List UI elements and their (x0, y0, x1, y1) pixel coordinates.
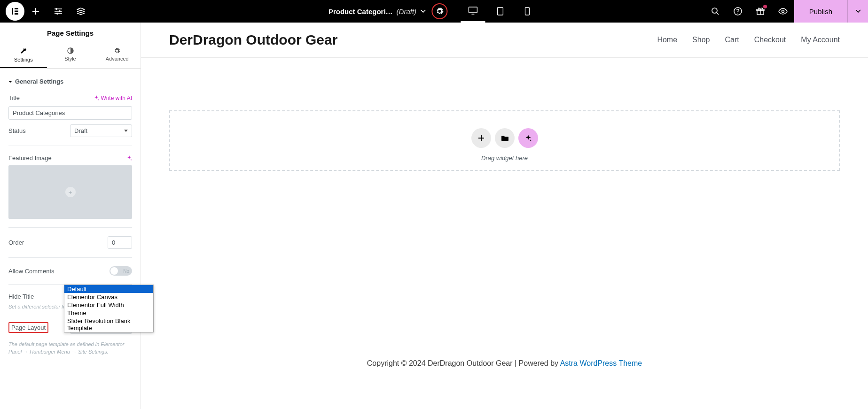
publish-button[interactable]: Publish (794, 0, 847, 23)
document-status: (Draft) (397, 8, 417, 15)
page-layout-dropdown: Default Elementor Canvas Elementor Full … (64, 285, 154, 332)
structure-button[interactable] (70, 0, 92, 23)
divider (8, 257, 132, 258)
nav-link-checkout[interactable]: Checkout (754, 36, 786, 44)
footer-theme-link[interactable]: Astra WordPress Theme (560, 359, 642, 367)
ai-image-button[interactable] (126, 155, 132, 161)
sparkle-icon (126, 155, 132, 161)
add-widget-button[interactable] (24, 0, 47, 23)
plus-icon (478, 135, 485, 141)
svg-point-5 (59, 10, 61, 12)
mobile-device-button[interactable] (515, 0, 540, 23)
preview-canvas: DerDragon Outdoor Gear Home Shop Cart Ch… (141, 23, 868, 409)
allow-comments-label: Allow Comments (8, 268, 55, 275)
featured-image-label: Featured Image (8, 154, 52, 162)
row-status: Status Draft (8, 120, 132, 142)
site-header: DerDragon Outdoor Gear Home Shop Cart Ch… (141, 23, 868, 58)
order-input[interactable] (108, 236, 132, 249)
divider (8, 146, 132, 146)
help-text: Set a different selector for (8, 304, 68, 309)
drop-hint: Drag widget here (481, 154, 528, 162)
tab-style[interactable]: Style (47, 44, 94, 68)
wrench-icon (20, 47, 27, 55)
add-template-button[interactable] (495, 128, 515, 148)
page-settings-button[interactable] (431, 3, 447, 19)
contrast-icon (67, 47, 74, 54)
empty-section-drop-area[interactable]: Drag widget here (169, 110, 840, 171)
svg-rect-0 (12, 8, 13, 15)
ai-link-label: Write with AI (101, 95, 132, 101)
dropdown-item[interactable]: Slider Revolution Blank Template (64, 317, 153, 332)
caret-down-icon (124, 130, 128, 132)
svg-point-15 (782, 10, 784, 13)
nav-link-cart[interactable]: Cart (725, 36, 739, 44)
desktop-device-button[interactable] (461, 0, 485, 23)
svg-point-4 (55, 8, 57, 10)
svg-point-12 (737, 13, 738, 14)
svg-rect-9 (525, 8, 530, 15)
page-layout-help: The default page template as defined in … (8, 339, 132, 358)
tab-advanced[interactable]: Advanced (94, 44, 141, 68)
add-section-button[interactable] (471, 128, 491, 148)
svg-rect-7 (469, 7, 477, 13)
notification-dot-icon (763, 5, 767, 8)
site-nav: Home Shop Cart Checkout My Account (657, 36, 840, 44)
section-label: General Settings (15, 78, 63, 85)
drop-area-buttons (471, 128, 538, 148)
gear-icon (114, 47, 120, 54)
status-value: Draft (74, 127, 87, 134)
toggle-label: No (123, 269, 129, 274)
nav-link-shop[interactable]: Shop (692, 36, 710, 44)
folder-icon (501, 135, 508, 141)
allow-comments-toggle[interactable]: No (109, 266, 132, 276)
top-bar: Product Categori… (Draft) Publish (0, 0, 868, 23)
document-title[interactable]: Product Categori… (Draft) (328, 8, 426, 15)
sparkle-icon (94, 95, 99, 101)
chevron-down-icon (420, 9, 426, 13)
footer-text: Copyright © 2024 DerDragon Outdoor Gear … (367, 359, 560, 367)
row-allow-comments: Allow Comments No (8, 262, 132, 280)
svg-rect-8 (497, 8, 503, 15)
tab-label: Advanced (106, 56, 129, 62)
settings-panel: Page Settings Settings Style Advanced Ge… (0, 23, 141, 409)
tablet-device-button[interactable] (488, 0, 512, 23)
site-footer: Copyright © 2024 DerDragon Outdoor Gear … (141, 359, 868, 368)
nav-link-home[interactable]: Home (657, 36, 677, 44)
page-layout-label: Page Layout (8, 322, 48, 333)
featured-image-uploader[interactable]: + (8, 165, 132, 219)
title-label: Title (8, 94, 20, 101)
write-with-ai-link[interactable]: Write with AI (94, 95, 132, 101)
gear-icon (435, 7, 444, 15)
dropdown-item[interactable]: Default (64, 285, 153, 293)
dropdown-item[interactable]: Theme (64, 309, 153, 317)
dropdown-item[interactable]: Elementor Full Width (64, 301, 153, 309)
svg-rect-1 (15, 8, 18, 9)
nav-link-account[interactable]: My Account (801, 36, 840, 44)
chevron-down-icon (855, 9, 861, 13)
ai-section-button[interactable] (518, 128, 538, 148)
publish-options-button[interactable] (847, 0, 868, 23)
row-title: Title Write with AI (8, 90, 132, 106)
status-select[interactable]: Draft (70, 124, 132, 137)
tab-label: Settings (14, 57, 33, 62)
svg-point-10 (712, 8, 717, 13)
divider (8, 227, 132, 228)
whats-new-button[interactable] (749, 0, 772, 23)
panel-title: Page Settings (0, 23, 141, 44)
finder-button[interactable] (704, 0, 727, 23)
title-input[interactable] (8, 106, 132, 120)
tab-settings[interactable]: Settings (0, 44, 47, 68)
elementor-logo[interactable] (6, 2, 24, 21)
hide-title-label: Hide Title (8, 293, 34, 300)
tab-label: Style (64, 56, 76, 62)
svg-rect-2 (15, 11, 18, 12)
site-settings-button[interactable] (47, 0, 70, 23)
help-button[interactable] (727, 0, 749, 23)
row-featured-image: Featured Image (8, 150, 132, 163)
section-general-settings[interactable]: General Settings (8, 74, 132, 90)
site-title[interactable]: DerDragon Outdoor Gear (169, 32, 337, 48)
dropdown-item[interactable]: Elementor Canvas (64, 293, 153, 301)
document-title-text: Product Categori… (328, 8, 393, 15)
preview-button[interactable] (772, 0, 794, 23)
plus-icon: + (65, 187, 76, 197)
